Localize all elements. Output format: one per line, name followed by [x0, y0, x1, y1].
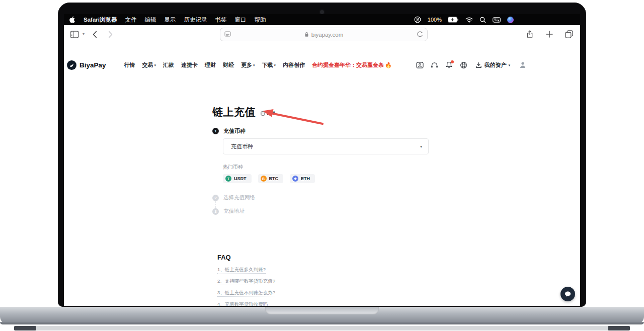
nav-item-card[interactable]: 速捷卡 — [181, 61, 198, 69]
nav-item-markets[interactable]: 行情 — [124, 61, 135, 69]
language-globe-icon[interactable] — [460, 61, 467, 69]
step-2-network: 2 选择充值网络 — [212, 194, 429, 201]
menubar-app-name[interactable]: Safari浏览器 — [84, 16, 117, 24]
nav-item-download[interactable]: 下载▾ — [262, 61, 276, 69]
battery-icon[interactable] — [448, 17, 459, 22]
forward-button[interactable] — [108, 31, 113, 38]
menubar-item-edit[interactable]: 编辑 — [144, 16, 156, 24]
step-2-number: 2 — [212, 195, 219, 201]
new-tab-icon[interactable] — [546, 31, 553, 38]
menubar-item-window[interactable]: 窗口 — [234, 16, 246, 24]
hot-coin-chips: T USDT B BTC ◆ ETH — [223, 174, 429, 183]
siri-icon[interactable] — [507, 17, 514, 23]
step-1-label: 充值币种 — [223, 127, 246, 135]
step-3-address: 3 充值地址 — [212, 208, 429, 215]
recharge-section: 链上充值 订单 1 充值币种 充值币种 — [212, 105, 429, 215]
menubar-item-view[interactable]: 显示 — [164, 16, 176, 24]
biyapay-logo[interactable]: BiyaPay — [67, 60, 106, 70]
address-bar[interactable]: biyapay.com — [220, 28, 428, 41]
faq-title: FAQ — [217, 254, 434, 261]
menubar-status: 100% — [414, 16, 514, 23]
reload-icon[interactable] — [417, 31, 423, 38]
menubar-item-help[interactable]: 帮助 — [254, 16, 266, 24]
macbook-screen-bezel: Safari浏览器 文件 编辑 显示 历史记录 书签 窗口 帮助 100% — [58, 3, 586, 307]
macbook-base — [0, 307, 644, 324]
chevron-down-icon: ▾ — [508, 63, 510, 67]
user-switch-icon[interactable] — [414, 16, 421, 23]
promo-banner-link[interactable]: 合约掘金嘉年华：交易赢金条 🔥 — [312, 61, 392, 69]
macbook-lid-notch — [265, 307, 379, 314]
header-actions: 我的资产 ▾ — [416, 61, 526, 69]
coin-chip-label: BTC — [269, 176, 279, 181]
contact-icon[interactable] — [416, 62, 424, 68]
battery-percent: 100% — [428, 17, 442, 23]
back-button[interactable] — [93, 31, 97, 38]
nav-item-remit[interactable]: 汇款 — [163, 61, 174, 69]
wifi-icon[interactable] — [465, 17, 473, 23]
coin-chip-eth[interactable]: ◆ ETH — [290, 174, 315, 183]
faq-item: 2、支持哪些数字货币充值? — [217, 277, 434, 284]
flame-icon: 🔥 — [385, 62, 392, 68]
faq-link-1[interactable]: 1、链上充值多久到账? — [217, 267, 266, 274]
chevron-down-icon: ▾ — [154, 63, 156, 67]
coin-chip-usdt[interactable]: T USDT — [223, 174, 252, 183]
notifications-bell-icon[interactable] — [445, 61, 453, 68]
nav-item-trade[interactable]: 交易▾ — [142, 61, 156, 69]
brand-name: BiyaPay — [79, 61, 106, 69]
step-3-label: 充值地址 — [223, 208, 245, 215]
order-doc-icon — [261, 111, 265, 116]
sidebar-icon[interactable] — [70, 31, 79, 38]
chevron-down-icon: ▾ — [253, 63, 255, 67]
biyapay-page: BiyaPay 行情 交易▾ 汇款 速捷卡 理财 财经 更多▾ 下载▾ 内容创作 — [64, 43, 580, 306]
reader-view-icon[interactable] — [224, 31, 231, 37]
macbook-foot-left — [14, 326, 36, 330]
coin-select[interactable]: 充值币种 ▾ — [223, 138, 429, 154]
coin-select-placeholder: 充值币种 — [231, 143, 253, 150]
page-title: 链上充值 — [212, 105, 256, 119]
nav-item-wealth[interactable]: 理财 — [205, 61, 216, 69]
lock-icon — [304, 32, 309, 37]
nav-item-creator[interactable]: 内容创作 — [283, 61, 305, 69]
step-3-number: 3 — [212, 208, 219, 215]
eth-coin-icon: ◆ — [292, 176, 298, 182]
sidebar-chevron-down-icon[interactable]: ▾ — [83, 32, 85, 36]
nav-item-more[interactable]: 更多▾ — [241, 61, 255, 69]
safari-window: ▾ biyapay.com — [64, 25, 580, 306]
faq-section: FAQ 1、链上充值多久到账? 2、支持哪些数字货币充值? 3、链上充值不到账怎… — [217, 254, 434, 306]
faq-link-3[interactable]: 3、链上充值不到账怎么办? — [217, 290, 275, 297]
faq-link-2[interactable]: 2、支持哪些数字货币充值? — [217, 278, 275, 285]
menubar-item-history[interactable]: 历史记录 — [184, 16, 207, 24]
tab-overview-icon[interactable] — [565, 30, 573, 38]
faq-link-4[interactable]: 4、充值数字货币收费吗 — [217, 301, 268, 306]
share-icon[interactable] — [526, 30, 534, 38]
orders-button[interactable]: 订单 — [261, 110, 276, 117]
menubar-item-file[interactable]: 文件 — [125, 16, 136, 24]
url-text: biyapay.com — [311, 32, 344, 38]
live-chat-button[interactable] — [560, 287, 575, 301]
hot-coins-label: 热门币种 — [223, 163, 429, 171]
nav-item-finance[interactable]: 财经 — [223, 61, 234, 69]
chat-bubble-icon — [564, 290, 572, 298]
my-assets-menu[interactable]: 我的资产 ▾ — [475, 61, 510, 69]
btc-coin-icon: B — [261, 176, 267, 182]
safari-toolbar: ▾ biyapay.com — [64, 25, 580, 43]
menubar-menus: Safari浏览器 文件 编辑 显示 历史记录 书签 窗口 帮助 — [69, 16, 266, 24]
macbook-display: Safari浏览器 文件 编辑 显示 历史记录 书签 窗口 帮助 100% — [64, 14, 580, 306]
biyapay-logo-icon — [67, 60, 76, 70]
usdt-coin-icon: T — [225, 176, 231, 182]
menubar-item-bookmarks[interactable]: 书签 — [215, 16, 226, 24]
faq-item: 3、链上充值不到账怎么办? — [217, 289, 434, 296]
control-center-icon[interactable] — [493, 17, 501, 23]
main-nav: 行情 交易▾ 汇款 速捷卡 理财 财经 更多▾ 下载▾ 内容创作 — [124, 61, 305, 69]
user-avatar-icon[interactable] — [519, 61, 526, 68]
chevron-down-icon: ▾ — [274, 63, 276, 67]
faq-item: 4、充值数字货币收费吗 — [217, 300, 434, 306]
my-assets-label: 我的资产 — [484, 61, 506, 69]
coin-chip-label: USDT — [234, 176, 247, 181]
apple-logo-icon[interactable] — [69, 16, 75, 23]
coin-chip-btc[interactable]: B BTC — [258, 174, 284, 183]
support-headset-icon[interactable] — [431, 62, 438, 68]
search-icon[interactable] — [479, 17, 486, 23]
step-2-label: 选择充值网络 — [223, 194, 255, 201]
deposit-download-icon — [475, 62, 482, 68]
